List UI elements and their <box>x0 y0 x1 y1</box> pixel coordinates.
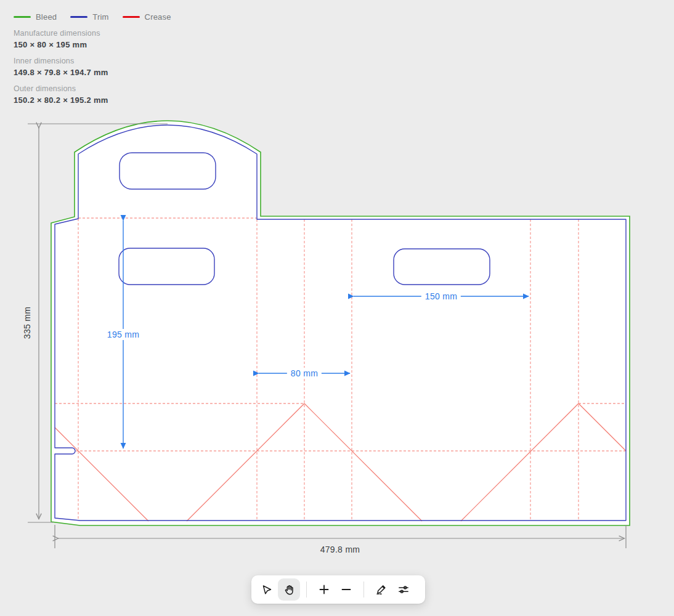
toolbar-divider <box>363 582 364 598</box>
draw-tool-button[interactable] <box>370 578 392 601</box>
gusset-width-label: 80 mm <box>287 368 322 379</box>
adjust-tool-button[interactable] <box>392 578 415 601</box>
panel-width-label: 150 mm <box>421 291 461 302</box>
total-height-label: 335 mm <box>22 307 32 339</box>
zoom-out-button[interactable] <box>335 578 357 601</box>
pen-icon <box>375 583 388 596</box>
plus-icon <box>318 583 330 596</box>
select-tool-button[interactable] <box>256 578 278 601</box>
dieline-canvas[interactable]: 335 mm 479.8 mm 195 mm 80 mm 150 mm <box>0 0 674 616</box>
pan-tool-button[interactable] <box>278 578 300 601</box>
bleed-outline <box>51 121 630 525</box>
total-width-label: 479.8 mm <box>320 545 360 554</box>
panel-height-label: 195 mm <box>104 329 143 340</box>
cursor-icon <box>261 583 273 596</box>
dieline-editor: Bleed Trim Crease Manufacture dimensions… <box>0 0 674 616</box>
zoom-in-button[interactable] <box>313 578 335 601</box>
minus-icon <box>340 583 352 596</box>
sliders-icon <box>397 583 410 596</box>
toolbar-divider <box>306 582 307 598</box>
toolbar <box>251 575 425 604</box>
hand-icon <box>283 583 295 596</box>
dieline-svg <box>0 0 674 616</box>
